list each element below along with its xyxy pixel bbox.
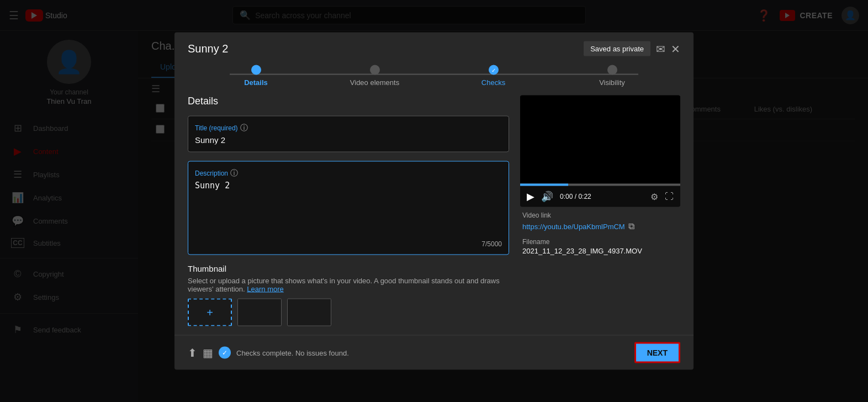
video-link-section: Video link https://youtu.be/UpaKbmlPmCM … <box>520 207 680 236</box>
step-label-video-elements: Video elements <box>350 78 399 87</box>
step-video-elements[interactable]: Video elements <box>315 65 434 87</box>
saved-private-button[interactable]: Saved as private <box>584 41 650 56</box>
title-label: Title (required) ⓘ <box>195 123 502 133</box>
description-form-group: Description ⓘ Sunny 2 7/5000 <box>188 161 509 255</box>
modal-header-right: Saved as private ✉ ✕ <box>584 41 680 56</box>
thumbnail-section: Thumbnail Select or upload a picture tha… <box>188 264 509 326</box>
video-preview <box>520 96 680 184</box>
stepper: Details Video elements Checks Visibility <box>174 56 694 87</box>
title-input[interactable] <box>195 135 502 145</box>
step-dot-checks <box>489 65 499 75</box>
step-dot-details <box>251 65 261 75</box>
close-icon[interactable]: ✕ <box>671 42 680 55</box>
volume-icon[interactable]: 🔊 <box>541 191 553 203</box>
copy-icon[interactable]: ⧉ <box>628 221 634 231</box>
title-help-icon[interactable]: ⓘ <box>240 123 248 133</box>
time-display: 0:00 / 0:22 <box>560 193 644 200</box>
message-icon[interactable]: ✉ <box>656 42 665 55</box>
video-player: ▶ 🔊 0:00 / 0:22 ⚙ ⛶ <box>520 96 680 207</box>
play-button[interactable]: ▶ <box>527 191 534 203</box>
thumbnail-option-2[interactable] <box>287 299 331 326</box>
video-link-label: Video link <box>522 211 678 219</box>
description-help-icon[interactable]: ⓘ <box>230 168 238 178</box>
footer-left: ⬆ ▦ ✓ Checks complete. No issues found. <box>188 346 349 359</box>
step-label-visibility: Visibility <box>599 78 625 87</box>
upload-modal: Sunny 2 Saved as private ✉ ✕ Details Vid… <box>174 33 694 370</box>
thumbnail-title: Thumbnail <box>188 264 509 273</box>
captions-icon: ▦ <box>203 346 213 359</box>
next-button[interactable]: NEXT <box>634 342 680 363</box>
upload-icon: ⬆ <box>188 346 197 359</box>
description-textarea[interactable]: Sunny 2 <box>195 181 502 236</box>
filename-value: 2021_11_12_23_28_IMG_4937.MOV <box>522 247 678 255</box>
footer-status: Checks complete. No issues found. <box>236 348 349 357</box>
video-timeline[interactable] <box>520 184 680 186</box>
modal-header: Sunny 2 Saved as private ✉ ✕ <box>174 33 694 56</box>
description-counter: 7/5000 <box>195 240 502 248</box>
filename-label: Filename <box>522 238 678 246</box>
step-label-details: Details <box>244 78 268 87</box>
player-settings-icon[interactable]: ⚙ <box>650 191 658 202</box>
modal-title: Sunny 2 <box>188 43 228 55</box>
modal-footer: ⬆ ▦ ✓ Checks complete. No issues found. … <box>174 335 694 370</box>
filename-section: Filename 2021_11_12_23_28_IMG_4937.MOV <box>520 236 680 257</box>
modal-body: Details Title (required) ⓘ Description ⓘ <box>174 87 694 335</box>
details-section-title: Details <box>188 96 509 107</box>
thumbnail-desc: Select or upload a picture that shows wh… <box>188 277 509 293</box>
description-field[interactable]: Description ⓘ Sunny 2 7/5000 <box>188 161 509 255</box>
video-controls: ▶ 🔊 0:00 / 0:22 ⚙ ⛶ <box>520 186 680 207</box>
thumbnail-options: + <box>188 299 509 326</box>
thumbnail-option-1[interactable] <box>237 299 282 326</box>
title-form-group: Title (required) ⓘ <box>188 116 509 152</box>
step-dot-video-elements <box>370 65 380 75</box>
step-checks[interactable]: Checks <box>434 65 553 87</box>
step-visibility[interactable]: Visibility <box>553 65 671 87</box>
video-link-url[interactable]: https://youtu.be/UpaKbmlPmCM <box>522 222 625 230</box>
modal-right: ▶ 🔊 0:00 / 0:22 ⚙ ⛶ Video link https://y… <box>520 96 680 326</box>
thumbnail-learn-more[interactable]: Learn more <box>247 285 283 293</box>
video-timeline-fill <box>520 184 568 186</box>
step-dot-visibility <box>607 65 617 75</box>
thumbnail-upload-btn[interactable]: + <box>188 299 232 326</box>
fullscreen-icon[interactable]: ⛶ <box>665 192 674 202</box>
modal-left: Details Title (required) ⓘ Description ⓘ <box>188 96 509 326</box>
step-details[interactable]: Details <box>197 65 315 87</box>
checks-done-icon: ✓ <box>219 347 231 359</box>
title-field[interactable]: Title (required) ⓘ <box>188 116 509 152</box>
step-label-checks: Checks <box>481 78 505 87</box>
description-label: Description ⓘ <box>195 168 502 178</box>
